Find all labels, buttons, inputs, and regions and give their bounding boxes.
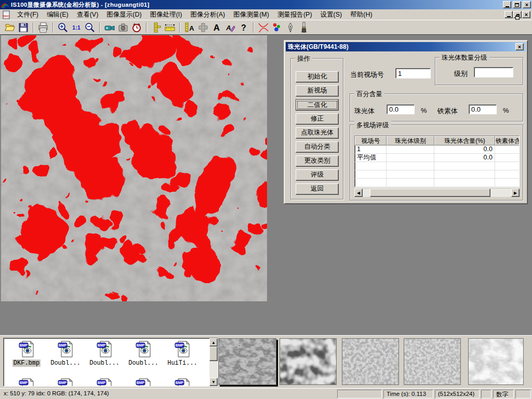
menu-image-measure[interactable]: 图像测量(M) <box>229 9 273 20</box>
menu-image-process[interactable]: 图像处理(I) <box>146 9 187 20</box>
mdi-close-button[interactable]: × <box>522 11 530 18</box>
mdi-restore-button[interactable] <box>513 11 522 18</box>
scrollbar-thumb[interactable] <box>370 189 490 197</box>
file-item[interactable]: BMP HuiTi... <box>164 341 201 367</box>
dialog-close-button[interactable]: × <box>515 43 524 50</box>
menu-help[interactable]: 帮助(H) <box>346 9 376 20</box>
header-pearlite-content[interactable]: 珠光体含量(%) <box>434 136 495 145</box>
save-button[interactable] <box>17 21 30 34</box>
file-item-partial[interactable]: BMP <box>47 378 84 387</box>
menu-image-display[interactable]: 图像显示(D) <box>102 9 145 20</box>
file-item[interactable]: BMP Doubl... <box>86 341 123 367</box>
pearlite-percent-input[interactable] <box>387 104 415 114</box>
grade-input[interactable] <box>474 67 513 77</box>
time-status: Time (s): 0.113 <box>383 390 433 398</box>
timer-clock-icon <box>131 22 142 33</box>
curve-tool-button[interactable] <box>257 21 270 34</box>
zoom-out-button[interactable] <box>83 21 97 34</box>
percent-group-label: 百分含量 <box>354 90 384 99</box>
scroll-up-button[interactable]: ▲ <box>209 338 218 347</box>
file-name[interactable]: Doubl... <box>49 360 82 367</box>
current-field-input[interactable] <box>395 68 431 78</box>
menu-file[interactable]: 文件(F) <box>13 9 43 20</box>
svg-text:1:1: 1:1 <box>72 24 81 31</box>
file-name[interactable]: HuiTi... <box>166 360 198 367</box>
micrograph-image[interactable] <box>1 35 267 301</box>
open-button[interactable] <box>3 21 17 34</box>
close-icon: × <box>525 2 528 8</box>
initialize-button[interactable]: 初始化 <box>296 71 339 83</box>
file-item[interactable]: BMP Doubl... <box>125 341 162 367</box>
file-item[interactable]: BMP DKF.bmp <box>8 341 45 367</box>
scrollbar-thumb[interactable] <box>209 347 218 361</box>
thumbnail-1[interactable] <box>218 338 276 385</box>
annotate-button[interactable]: A <box>223 21 237 34</box>
file-browser-scrollbar[interactable]: ▲ ▼ <box>209 338 218 386</box>
dialog-title-bar[interactable]: 珠光体(GB/T9441-88) × <box>286 42 526 51</box>
mdi-minimize-button[interactable] <box>504 11 513 18</box>
caliper-button[interactable] <box>150 21 163 34</box>
return-button[interactable]: 返回 <box>296 183 339 195</box>
thumbnail-4[interactable] <box>404 338 461 385</box>
header-pearlite-grade[interactable]: 珠光体级别 <box>387 136 434 145</box>
close-button[interactable]: × <box>523 1 531 8</box>
scroll-left-button[interactable]: ◀ <box>354 189 363 197</box>
classify-tool-button[interactable] <box>270 21 284 34</box>
toolbar: 1:1 <box>0 20 532 34</box>
menu-edit[interactable]: 编辑(E) <box>43 9 73 20</box>
video-capture-button[interactable] <box>103 21 116 34</box>
text-tool-button[interactable]: A <box>210 21 223 34</box>
new-field-button[interactable]: 新视场 <box>296 85 339 97</box>
toolbar-separator <box>146 22 147 33</box>
binarize-button[interactable]: 二值化 <box>296 99 339 111</box>
minimize-button[interactable] <box>503 1 511 8</box>
file-item-partial[interactable]: BMP <box>86 378 123 387</box>
actual-size-button[interactable]: 1:1 <box>70 21 83 34</box>
file-item-partial[interactable]: BMP <box>125 378 162 387</box>
grid-cross-button[interactable] <box>196 21 210 34</box>
document-icon[interactable]: DOC <box>2 10 11 19</box>
correct-button[interactable]: 修正 <box>296 113 339 125</box>
thumbnail-2[interactable] <box>280 338 337 385</box>
print-button[interactable] <box>36 21 50 34</box>
auto-classify-button[interactable]: 自动分类 <box>296 141 339 153</box>
ferrite-percent-input[interactable] <box>469 104 497 114</box>
file-item-partial[interactable]: BMP <box>164 378 201 387</box>
header-ferrite-content[interactable]: 铁素体含量(%) <box>495 136 520 145</box>
menu-measure-report[interactable]: 测量报告(P) <box>273 9 316 20</box>
file-name[interactable]: Doubl... <box>127 360 159 367</box>
title-bar[interactable]: IS100显微摄像系统(金相分析版) - [zhuguangti01] × <box>0 0 532 9</box>
cursor-position-status: x: 510 y: 79 idx: 0 RGB: (174, 174, 174) <box>1 390 336 398</box>
menu-image-analysis[interactable]: 图像分析(A) <box>186 9 229 20</box>
maximize-button[interactable] <box>513 1 521 8</box>
file-item-partial[interactable]: BMP <box>8 378 45 387</box>
file-name[interactable]: DKF.bmp <box>12 360 41 367</box>
menu-settings[interactable]: 设置(S) <box>316 9 347 20</box>
pen-tool-button[interactable] <box>284 21 297 34</box>
mdi-close-icon: × <box>525 12 528 18</box>
header-field-no[interactable]: 视场号 <box>355 136 387 145</box>
ruler-button[interactable] <box>163 21 177 34</box>
table-row[interactable]: 平均值 0.0 <box>355 154 519 162</box>
toolbar-separator <box>99 22 100 33</box>
scroll-right-button[interactable]: ▶ <box>511 189 520 197</box>
help-button[interactable]: ? <box>237 21 250 34</box>
file-item[interactable]: BMP Doubl... <box>47 341 84 367</box>
scrollbar-track[interactable] <box>209 347 218 378</box>
table-horizontal-scrollbar[interactable]: ◀ ▶ <box>354 189 520 197</box>
measure-text-button[interactable]: A <box>183 21 196 34</box>
camera-capture-button[interactable] <box>116 21 130 34</box>
scrollbar-track[interactable] <box>363 189 511 197</box>
scroll-down-button[interactable]: ▼ <box>209 378 218 386</box>
grade-button[interactable]: 评级 <box>296 169 339 181</box>
brush-tool-button[interactable] <box>297 21 311 34</box>
file-name[interactable]: Doubl... <box>88 360 121 367</box>
timer-button[interactable] <box>130 21 143 34</box>
pick-pearlite-button[interactable]: 点取珠光体 <box>296 127 339 139</box>
menu-view[interactable]: 查看(V) <box>73 9 103 20</box>
thumbnail-3[interactable] <box>342 338 399 385</box>
change-class-button[interactable]: 更改类别 <box>296 155 339 167</box>
table-row[interactable]: 1 0.0 <box>355 145 519 154</box>
thumbnail-5[interactable] <box>468 338 524 385</box>
zoom-in-button[interactable] <box>56 21 70 34</box>
